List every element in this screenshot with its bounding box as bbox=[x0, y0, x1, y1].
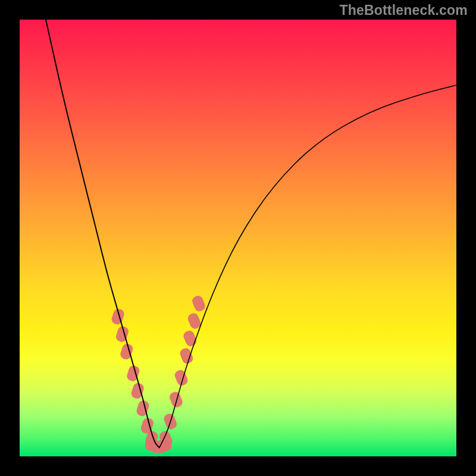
data-blob bbox=[119, 343, 134, 361]
data-blob bbox=[191, 295, 206, 313]
plot-area bbox=[20, 20, 456, 456]
curve-right-arm bbox=[159, 85, 456, 447]
data-blob bbox=[135, 399, 150, 417]
data-blob bbox=[156, 440, 171, 451]
chart-frame: TheBottleneck.com bbox=[0, 0, 476, 476]
watermark-text: TheBottleneck.com bbox=[339, 2, 468, 18]
data-blob bbox=[168, 390, 184, 409]
blob-layer bbox=[111, 295, 207, 453]
data-blob bbox=[126, 364, 140, 382]
data-blob bbox=[182, 329, 198, 347]
chart-svg bbox=[20, 20, 456, 456]
curve-left-arm bbox=[46, 20, 159, 447]
